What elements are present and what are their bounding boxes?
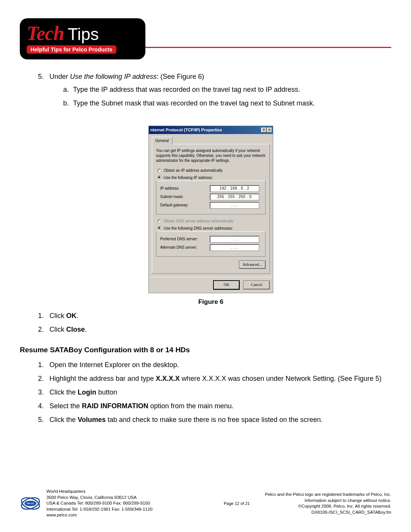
footer-notice: Information subject to change without no… [265,498,391,504]
footer-right: Pelco and the Pelco logo are registered … [265,492,391,515]
radio-obtain-ip[interactable]: Obtain an IP address automatically [158,168,266,174]
logo-badge: Tech Tips Helpful Tips for Pelco Product… [20,18,145,59]
step-text: where X.X.X.X was chosen under Network S… [180,375,381,382]
step-bold: Close [66,326,85,333]
pref-dns-input[interactable]: . . . [210,236,259,243]
step-text: Highlight the address bar and type [49,375,156,382]
footer-left: World Headquarters 3500 Pelco Way, Clovi… [46,489,209,518]
pref-dns-label: Preferred DNS server: [160,236,210,242]
step-text: option from the main menu. [148,402,234,410]
step-5-list: 5. Under Use the following IP address: (… [38,72,384,112]
figure-caption: Figure 6 [38,297,384,307]
step-bold: X.X.X.X [156,375,180,382]
ip-address-input[interactable]: 192 . 168 . 0 . 2 [210,185,259,192]
radio-label: Obtain DNS server address automatically [164,218,233,224]
substep-text: Type the Subnet mask that was recorded o… [73,98,315,109]
step-bold: OK [66,312,76,320]
alt-dns-label: Alternate DNS server: [160,244,210,251]
step-number: 5. [38,72,49,112]
step-number: 1. [38,360,49,371]
step-italic: Use the following IP address [70,73,156,80]
step-text: button [96,388,117,396]
radio-use-ip[interactable]: Use the following IP address: [158,175,266,181]
footer-hq-intl: International Tel: 1-559/292-1981 Fax: 1… [46,506,209,513]
tab-panel: You can get IP settings assigned automat… [152,144,270,274]
step-text: Click the [49,388,78,396]
logo-tips: Tips [68,25,99,44]
substep-letter: b. [63,98,73,109]
step-bold: RAID INFORMATION [82,402,148,410]
pelco-logo-icon: PELCO [20,493,41,514]
logo-tech: Tech [27,22,64,45]
radio-label: Use the following DNS server addresses: [164,225,233,232]
alt-dns-input[interactable]: . . . [210,244,259,251]
gateway-label: Default gateway: [160,202,210,208]
footer-hq-title: World Headquarters [46,489,209,495]
substep-letter: a. [63,85,73,95]
page-footer: PELCO World Headquarters 3500 Pelco Way,… [20,489,391,518]
cancel-button[interactable]: Cancel [243,281,270,289]
gateway-input[interactable]: . . . [210,202,259,209]
svg-text:PELCO: PELCO [27,502,34,505]
step-text: Click [49,326,66,333]
dialog-description: You can get IP settings assigned automat… [156,148,266,163]
footer-page: Page 12 of 21 [214,501,260,506]
radio-obtain-dns: Obtain DNS server address automatically [158,218,266,224]
step-number: 5. [38,415,49,425]
help-button[interactable]: ? [261,128,266,133]
ip-group: IP address: 192 . 168 . 0 . 2 Subnet mas… [156,181,266,214]
step-text: tab and check to make sure there is no f… [106,416,323,423]
ip-address-label: IP address: [160,185,210,192]
radio-icon-selected [158,176,161,179]
step-number: 2. [38,324,49,335]
step-text-pre: Under [49,73,70,80]
radio-label: Use the following IP address: [164,175,213,181]
footer-hq-tel: USA & Canada Tel: 800/289-9100 Fax: 800/… [46,500,209,506]
close-button[interactable]: × [267,128,272,133]
tab-general[interactable]: General [152,137,172,145]
resume-steps: 1. Open the Internet Explorer on the des… [38,360,384,425]
dialog-titlebar: nternet Protocol (TCP/IP) Properties ? × [149,126,273,134]
figure-6: nternet Protocol (TCP/IP) Properties ? ×… [38,126,384,307]
logo-subtitle: Helpful Tips for Pelco Products [27,45,116,54]
substep-text: Type the IP address that was recorded on… [73,85,300,95]
step-number: 3. [38,387,49,398]
step-text: Select the [49,402,82,410]
tcpip-dialog: nternet Protocol (TCP/IP) Properties ? ×… [148,126,273,293]
dialog-title: nternet Protocol (TCP/IP) Properties [150,127,222,133]
dialog-bottom-buttons: OK Cancel [149,277,273,292]
advanced-button[interactable]: Advanced... [239,260,266,269]
steps-after-figure: 1. Click OK. 2. Click Close. [38,311,384,335]
ok-button[interactable]: OK [213,280,240,289]
substep-list: a. Type the IP address that was recorded… [49,85,315,109]
step-text: . [76,312,78,320]
dns-group: Preferred DNS server: . . . Alternate DN… [156,231,266,257]
footer-copyright: ©Copyright 2008, Pelco, Inc. All rights … [265,503,391,510]
footer-hq-addr: 3500 Pelco Way, Clovis, California 93612… [46,495,209,501]
subnet-label: Subnet mask: [160,194,210,200]
radio-icon-selected [158,226,161,230]
header-rule [145,47,391,48]
step-text-post: : (See Figure 6) [156,73,204,80]
content: 5. Under Use the following IP address: (… [20,72,391,425]
step-bold: Login [78,388,96,396]
step-text: . [85,326,87,333]
footer-trademark: Pelco and the Pelco logo are registered … [265,492,391,498]
footer-hq-web: www.pelco.com [46,512,209,518]
step-number: 1. [38,311,49,321]
subnet-input[interactable]: 255 . 255 . 255 . 0 [210,193,259,200]
step-number: 2. [38,374,49,384]
radio-label: Obtain an IP address automatically [164,168,223,174]
radio-use-dns[interactable]: Use the following DNS server addresses: [158,225,266,232]
section-heading: Resume SATABoy Configuration with 8 or 1… [20,344,384,355]
step-text: Click [49,312,66,320]
step-bold: Volumes [78,416,106,423]
step-text: Open the Internet Explorer on the deskto… [49,360,179,371]
tab-strip: General [152,136,270,144]
radio-icon [158,169,161,173]
step-number: 4. [38,401,49,412]
radio-icon [158,219,161,223]
footer-docid: DX8100-ISCI_SCSI_CARD_SATABoy.fm [265,510,391,516]
step-text: Click the [49,416,78,423]
page-header: Tech Tips Helpful Tips for Pelco Product… [20,18,391,59]
